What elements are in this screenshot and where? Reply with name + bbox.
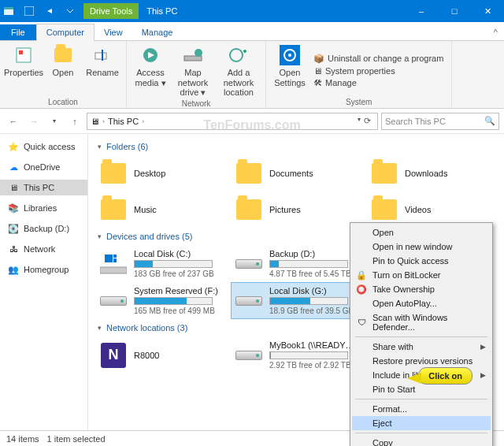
tab-file[interactable]: File [0, 24, 36, 40]
folder-tile[interactable]: Documents [232, 156, 361, 191]
ribbon-tabs: File Computer View Manage ^ [0, 22, 504, 41]
menu-item[interactable]: Eject [352, 416, 491, 430]
svg-rect-4 [19, 50, 23, 54]
tab-computer[interactable]: Computer [36, 24, 94, 41]
drive-tile[interactable]: NR8000 [96, 337, 225, 373]
ribbon-uninstall[interactable]: 📦Uninstall or change a program [313, 54, 443, 64]
refresh-icon[interactable]: ⟳ [364, 116, 371, 126]
tab-view[interactable]: View [94, 24, 132, 40]
nav-network[interactable]: 🖧Network [0, 241, 87, 257]
folder-tile[interactable]: Downloads [367, 156, 496, 191]
menu-item[interactable]: Format... [352, 402, 491, 416]
chevron-icon[interactable]: › [142, 117, 144, 125]
chevron-icon[interactable]: › [102, 117, 105, 125]
drive-tile[interactable]: System Reserved (F:)165 MB free of 499 M… [96, 283, 225, 318]
menu-item[interactable]: ⭕Take Ownership [352, 282, 491, 296]
system-menu-icon[interactable] [0, 6, 17, 17]
drive-tile[interactable]: MyBook1 (\\READYSHARE) (Y:)2.92 TB free … [232, 337, 361, 373]
menu-item[interactable]: Restore previous versions [352, 354, 491, 368]
folder-icon [99, 159, 128, 188]
close-button[interactable]: ✕ [471, 0, 504, 22]
ribbon-rename[interactable]: Rename [83, 44, 121, 96]
up-button[interactable]: ↑ [66, 113, 83, 130]
collapse-ribbon-icon[interactable]: ^ [487, 24, 504, 40]
twisty-icon[interactable]: ▾ [98, 324, 102, 332]
drive-free: 165 MB free of 499 MB [134, 307, 218, 315]
media-icon [139, 44, 161, 66]
nav-libraries[interactable]: 📚Libraries [0, 200, 87, 216]
nav-quick-access[interactable]: ⭐Quick access [0, 139, 87, 154]
recent-dropdown[interactable]: ▾ [46, 113, 63, 130]
nav-backup[interactable]: 💽Backup (D:) [0, 221, 87, 236]
menu-item[interactable]: 🛡Scan with Windows Defender... [352, 310, 491, 334]
status-selection: 1 item selected [47, 434, 106, 444]
maximize-button[interactable]: □ [438, 0, 471, 22]
folder-tile[interactable]: Pictures [232, 192, 361, 227]
breadcrumb[interactable]: This PC [108, 117, 139, 126]
drive-tile[interactable]: Local Disk (G:)18.9 GB free of 39.5 GB [232, 283, 361, 318]
folder-name: Downloads [405, 169, 447, 178]
group-header-folders[interactable]: ▾Folders (6) [96, 137, 504, 156]
menu-item[interactable]: Pin to Start [352, 382, 491, 396]
folder-tile[interactable]: Desktop [96, 156, 225, 191]
menu-item[interactable]: Share with▶ [352, 340, 491, 354]
sysprop-icon: 🖥 [313, 66, 322, 76]
menu-item-label: Open [372, 228, 394, 237]
twisty-icon[interactable]: ▾ [98, 232, 102, 240]
forward-button[interactable]: → [25, 113, 43, 130]
cloud-icon: ☁ [8, 162, 19, 173]
folder-name: Desktop [134, 169, 165, 178]
drive-free: 2.92 TB free of 2.92 TB [269, 361, 358, 370]
menu-item[interactable]: Open AutoPlay... [352, 296, 491, 310]
tab-manage[interactable]: Manage [132, 24, 183, 40]
annotation-callout: Click on [418, 367, 472, 385]
nav-this-pc[interactable]: 🖥This PC [0, 180, 87, 195]
ribbon-access-media[interactable]: Access media ▾ [132, 44, 169, 98]
pc-icon: 🖥 [91, 117, 99, 126]
ribbon-properties[interactable]: Properties [5, 44, 43, 96]
menu-item[interactable]: Open [352, 225, 491, 240]
drive-icon: N [99, 341, 128, 370]
menu-item[interactable]: Pin to Quick access [352, 254, 491, 268]
twisty-icon[interactable]: ▾ [98, 143, 102, 151]
contextual-tab-label: Drive Tools [83, 3, 139, 19]
minimize-button[interactable]: – [405, 0, 438, 22]
ribbon-open-settings[interactable]: Open Settings [271, 44, 309, 96]
drive-icon [235, 341, 263, 370]
ribbon-manage[interactable]: 🛠Manage [313, 78, 443, 87]
menu-item-label: Eject [372, 418, 391, 428]
menu-item[interactable]: Open in new window [352, 240, 491, 254]
drive-tile[interactable]: Backup (D:)4.87 TB free of 5.45 TB [232, 246, 361, 281]
menu-item[interactable]: Copy [352, 436, 491, 446]
ribbon-group-system: Open Settings 📦Uninstall or change a pro… [266, 41, 452, 108]
qat-properties-icon[interactable] [20, 6, 38, 16]
ribbon-open[interactable]: Open [44, 44, 82, 96]
folder-tile[interactable]: Music [96, 192, 225, 227]
add-netloc-icon [228, 44, 250, 66]
folders-grid: DesktopDocumentsDownloadsMusicPicturesVi… [96, 156, 504, 227]
drive-free: 18.9 GB free of 39.5 GB [269, 307, 354, 315]
lock-icon: 🔒 [355, 269, 368, 281]
nav-onedrive[interactable]: ☁OneDrive [0, 159, 87, 175]
search-input[interactable]: Search This PC 🔍 [381, 113, 499, 130]
address-box[interactable]: 🖥 › This PC › ▾ ⟳ [87, 113, 378, 130]
drive-name: MyBook1 (\\READYSHARE) (Y:) [269, 340, 358, 350]
drive-tile[interactable]: Local Disk (C:)183 GB free of 237 GB [96, 246, 225, 281]
ribbon-add-netloc[interactable]: Add a network location [217, 44, 261, 98]
qat-dropdown-icon[interactable] [61, 6, 79, 16]
ribbon-map-drive[interactable]: Map network drive ▾ [171, 44, 215, 98]
menu-separator [355, 336, 487, 337]
menu-item-label: Pin to Quick access [372, 256, 449, 266]
drive-free: 4.87 TB free of 5.45 TB [269, 269, 351, 278]
nav-homegroup[interactable]: 👥Homegroup [0, 262, 87, 277]
qat-undo-icon[interactable] [41, 6, 58, 16]
menu-item-label: Scan with Windows Defender... [372, 313, 486, 332]
folder-icon [370, 159, 398, 188]
menu-item[interactable]: 🔒Turn on BitLocker [352, 268, 491, 282]
map-drive-icon [182, 44, 204, 66]
ribbon-sysprop[interactable]: 🖥System properties [313, 66, 443, 76]
libraries-icon: 📚 [8, 203, 19, 214]
addr-dropdown-icon[interactable]: ▾ [358, 116, 361, 126]
back-button[interactable]: ← [5, 113, 22, 130]
star-icon: ⭐ [8, 141, 19, 152]
